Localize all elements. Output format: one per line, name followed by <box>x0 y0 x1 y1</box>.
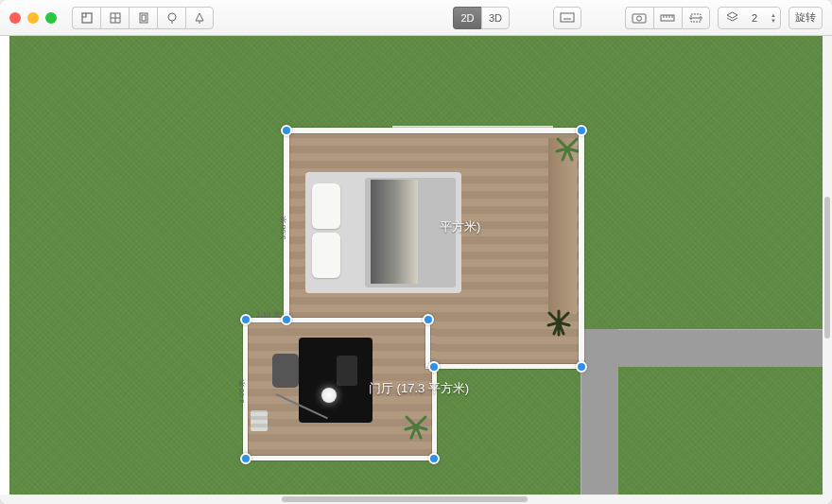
pillow-1[interactable] <box>312 183 340 229</box>
hall-label: 门厅 (17.3 平方米) <box>369 380 469 397</box>
snapshot-button[interactable] <box>625 7 653 29</box>
view-2d-button[interactable]: 2D <box>453 7 481 29</box>
floorplan-canvas[interactable]: 平方米) 门厅 (17.3 平方米) 3.08 米 1.10 米 3.00 米 <box>9 36 823 495</box>
plant-icon <box>553 134 581 163</box>
scrollbar-thumb[interactable] <box>282 496 528 502</box>
svg-rect-9 <box>561 13 574 22</box>
floor-value: 2 <box>752 12 757 24</box>
dimension-icon <box>688 12 703 24</box>
zoom-icon[interactable] <box>45 12 57 24</box>
measure-button[interactable] <box>653 7 682 29</box>
pine-icon <box>193 11 206 25</box>
door-icon <box>137 11 150 25</box>
wall-handle[interactable] <box>428 361 440 373</box>
svg-rect-0 <box>82 13 92 23</box>
walkthrough-button[interactable] <box>553 7 581 29</box>
door-tool-button[interactable] <box>129 7 157 29</box>
svg-point-6 <box>168 13 176 21</box>
pillow-2[interactable] <box>312 233 340 278</box>
plant-hall-right[interactable] <box>545 308 573 337</box>
traffic-lights <box>9 12 57 24</box>
rotate-button[interactable]: 旋转 <box>789 7 823 29</box>
grid-icon <box>109 11 122 25</box>
view-tools <box>625 7 710 29</box>
wall-handle[interactable] <box>423 314 434 325</box>
scrollbar-horizontal[interactable] <box>0 495 832 504</box>
book-stack[interactable] <box>251 410 268 431</box>
wall[interactable] <box>286 128 581 133</box>
wall[interactable] <box>243 456 434 461</box>
wall-handle[interactable] <box>240 453 251 464</box>
draw-tools <box>72 7 214 29</box>
bedroom-area-label: 平方米) <box>440 218 480 235</box>
ruler-icon <box>660 12 675 24</box>
tree-icon <box>165 11 179 25</box>
room-tool-button[interactable] <box>72 7 100 29</box>
rotate-label: 旋转 <box>795 10 816 25</box>
tree1-tool-button[interactable] <box>157 7 185 29</box>
svg-rect-5 <box>142 15 146 21</box>
wall-handle[interactable] <box>240 314 251 325</box>
close-icon[interactable] <box>9 12 21 24</box>
wall[interactable] <box>425 320 430 367</box>
canvas-viewport[interactable]: 平方米) 门厅 (17.3 平方米) 3.08 米 1.10 米 3.00 米 <box>0 36 832 504</box>
presentation-icon <box>560 12 575 24</box>
scrollbar-thumb[interactable] <box>824 197 830 339</box>
app-window: 2D 3D 2 ▲▼ 旋转 <box>0 0 832 504</box>
plant-bedroom[interactable] <box>553 134 581 163</box>
plant-icon <box>402 412 430 441</box>
titlebar: 2D 3D 2 ▲▼ 旋转 <box>0 0 832 36</box>
svg-point-12 <box>637 16 642 21</box>
bed-duvet[interactable] <box>371 180 418 284</box>
wall[interactable] <box>579 128 584 370</box>
view-2d-label: 2D <box>460 12 474 24</box>
wall-handle[interactable] <box>281 314 292 325</box>
office-chair[interactable] <box>272 354 299 388</box>
wall-tool-button[interactable] <box>100 7 129 29</box>
dimension-hall-left: 3.00 米 <box>236 379 247 404</box>
plant-dark-icon <box>545 308 573 337</box>
plant-hall[interactable] <box>402 412 430 441</box>
dimension-hall-top: 1.10 米 <box>256 309 281 320</box>
svg-rect-11 <box>633 14 646 23</box>
scrollbar-vertical[interactable] <box>823 36 832 495</box>
layers-icon <box>726 11 738 24</box>
view-mode-toggle: 2D 3D <box>453 7 510 29</box>
wall[interactable] <box>425 364 582 369</box>
dimension-bedroom-left: 3.08 米 <box>278 216 288 240</box>
stepper-icon: ▲▼ <box>771 12 776 24</box>
wall-handle[interactable] <box>281 125 292 136</box>
dimension-button[interactable] <box>682 7 710 29</box>
wall-handle[interactable] <box>428 453 440 464</box>
room-icon <box>80 11 94 25</box>
wardrobe[interactable] <box>548 138 577 314</box>
camera-icon <box>632 12 647 24</box>
floor-selector[interactable]: 2 ▲▼ <box>718 7 781 29</box>
tree2-tool-button[interactable] <box>185 7 214 29</box>
wall-handle[interactable] <box>576 361 587 373</box>
monitor[interactable] <box>337 356 357 386</box>
wall[interactable] <box>286 318 428 322</box>
minimize-icon[interactable] <box>27 12 39 24</box>
wall-handle[interactable] <box>576 125 587 136</box>
floor-lamp-head[interactable] <box>321 388 337 403</box>
road-corner <box>581 329 618 367</box>
view-3d-button[interactable]: 3D <box>481 7 510 29</box>
view-3d-label: 3D <box>489 12 502 24</box>
